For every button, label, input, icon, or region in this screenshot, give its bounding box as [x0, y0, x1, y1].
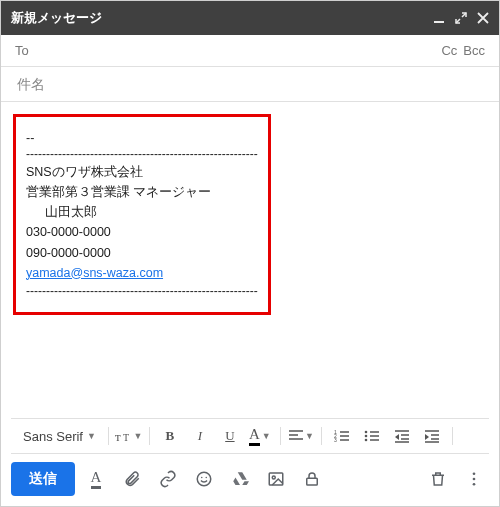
svg-rect-14 — [307, 478, 318, 485]
subject-row[interactable] — [1, 67, 499, 102]
bold-button[interactable]: B — [156, 423, 184, 449]
formatting-toggle-button[interactable]: A — [81, 465, 111, 493]
svg-point-7 — [365, 435, 368, 438]
align-button[interactable]: ▼ — [287, 423, 315, 449]
svg-rect-12 — [269, 473, 283, 485]
chevron-down-icon: ▼ — [133, 431, 142, 441]
svg-point-10 — [201, 477, 203, 479]
chevron-down-icon: ▼ — [305, 431, 314, 441]
insert-emoji-icon[interactable] — [189, 465, 219, 493]
svg-point-16 — [473, 478, 476, 481]
chevron-down-icon: ▼ — [87, 431, 96, 441]
svg-point-15 — [473, 472, 476, 475]
signature-department: 営業部第３営業課 マネージャー — [26, 183, 258, 201]
signature-company: SNSのワザ株式会社 — [26, 163, 258, 181]
svg-point-13 — [272, 476, 275, 479]
bcc-button[interactable]: Bcc — [463, 43, 485, 58]
insert-drive-icon[interactable] — [225, 465, 255, 493]
signature-email-link[interactable]: yamada@sns-waza.com — [26, 266, 163, 280]
discard-draft-icon[interactable] — [423, 465, 453, 493]
signature-divider-bottom — [26, 284, 258, 298]
signature-phone-1: 030-0000-0000 — [26, 223, 258, 241]
insert-photo-icon[interactable] — [261, 465, 291, 493]
formatting-toolbar: Sans Serif ▼ тT ▼ B I U A ▼ ▼ 123 — [11, 418, 489, 454]
window-title: 新規メッセージ — [11, 9, 423, 27]
svg-point-11 — [206, 477, 208, 479]
compose-window: 新規メッセージ To Cc Bcc -- SNSのワザ株式会社 営業部第３営業課… — [0, 0, 500, 507]
svg-point-8 — [365, 439, 368, 442]
indent-increase-button[interactable] — [418, 423, 446, 449]
more-options-icon[interactable] — [459, 465, 489, 493]
message-body[interactable]: -- SNSのワザ株式会社 営業部第３営業課 マネージャー 山田太郎 030-0… — [1, 102, 499, 418]
svg-text:T: T — [123, 432, 129, 443]
title-bar: 新規メッセージ — [1, 1, 499, 35]
svg-text:3: 3 — [334, 437, 337, 443]
underline-button[interactable]: U — [216, 423, 244, 449]
expand-icon[interactable] — [455, 12, 467, 24]
signature-phone-2: 090-0000-0000 — [26, 244, 258, 262]
svg-point-17 — [473, 483, 476, 486]
svg-rect-0 — [434, 21, 444, 23]
attach-file-icon[interactable] — [117, 465, 147, 493]
close-icon[interactable] — [477, 12, 489, 24]
italic-button[interactable]: I — [186, 423, 214, 449]
text-color-button[interactable]: A ▼ — [246, 423, 274, 449]
font-family-picker[interactable]: Sans Serif ▼ — [17, 425, 102, 448]
svg-text:т: т — [115, 429, 121, 444]
minimize-icon[interactable] — [433, 12, 445, 24]
insert-link-icon[interactable] — [153, 465, 183, 493]
signature-block: SNSのワザ株式会社 営業部第３営業課 マネージャー 山田太郎 030-0000… — [26, 147, 258, 298]
signature-divider-top — [26, 147, 258, 161]
subject-input[interactable] — [15, 75, 485, 93]
font-size-button[interactable]: тT ▼ — [115, 423, 143, 449]
to-row[interactable]: To Cc Bcc — [1, 35, 499, 67]
confidential-mode-icon[interactable] — [297, 465, 327, 493]
signature-name: 山田太郎 — [26, 203, 97, 221]
to-label: To — [15, 43, 37, 58]
bulleted-list-button[interactable] — [358, 423, 386, 449]
signature-highlight-box: -- SNSのワザ株式会社 営業部第３営業課 マネージャー 山田太郎 030-0… — [13, 114, 271, 315]
indent-decrease-button[interactable] — [388, 423, 416, 449]
numbered-list-button[interactable]: 123 — [328, 423, 356, 449]
svg-point-6 — [365, 431, 368, 434]
font-family-label: Sans Serif — [23, 429, 83, 444]
signature-dash: -- — [26, 131, 258, 145]
cc-button[interactable]: Cc — [441, 43, 457, 58]
action-bar: 送信 A — [1, 454, 499, 506]
svg-point-9 — [197, 472, 211, 486]
send-button[interactable]: 送信 — [11, 462, 75, 496]
chevron-down-icon: ▼ — [262, 431, 271, 441]
